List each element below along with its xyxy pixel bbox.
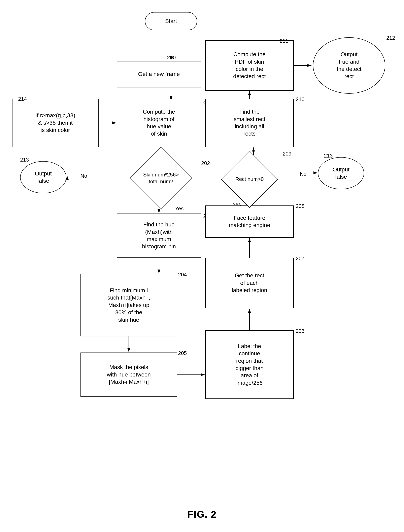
node-203: Find the hue (Maxh)with maximum histogra…: [117, 214, 201, 258]
label-208: 208: [296, 203, 304, 209]
label-212: 212: [386, 35, 395, 41]
node-202-text: Skin num*256>total num?: [143, 171, 179, 185]
label-211: 211: [280, 38, 288, 44]
node-204: Find minimum i such that[Maxh-i, Maxh+i]…: [81, 274, 177, 336]
label-207: 207: [296, 255, 304, 262]
label-no-202: No: [81, 173, 87, 179]
label-no-209: No: [300, 171, 306, 177]
node-209-text: Rect num>0: [235, 176, 264, 183]
label-yes-209: Yes: [232, 201, 241, 208]
node-205: Mask the pixels with hue between [Maxh-i…: [81, 352, 177, 397]
label-209: 209: [283, 151, 291, 157]
label-200: 200: [167, 54, 176, 61]
label-213b: 213: [324, 153, 333, 159]
node-212: Output true and the detect rect: [313, 37, 385, 94]
label-213a: 213: [20, 157, 29, 163]
label-210: 210: [296, 96, 304, 103]
node-213a: Output false: [20, 161, 66, 193]
node-202-wrap: Skin num*256>total num?: [125, 153, 197, 203]
node-213b: Output false: [318, 157, 364, 189]
label-206: 206: [296, 328, 304, 334]
label-205: 205: [178, 350, 187, 356]
node-211: Compute the PDF of skin color in the det…: [205, 40, 294, 91]
node-200: Get a new frame: [117, 61, 201, 87]
node-207: Get the rect of each labeled region: [205, 258, 294, 308]
node-214: If r>max(g,b,38) & s>38 then it is skin …: [12, 99, 99, 147]
node-201: Compute the histogram of hue value of sk…: [117, 101, 201, 145]
label-202: 202: [201, 160, 210, 166]
node-210: Find the smallest rect including all rec…: [205, 99, 294, 147]
node-208: Face feature matching engine: [205, 206, 294, 238]
start-node: Start: [145, 12, 197, 30]
label-204: 204: [178, 272, 187, 278]
figure-caption: FIG. 2: [0, 509, 404, 520]
node-206: Label the continue region that bigger th…: [205, 330, 294, 399]
node-209-wrap: Rect num>0: [213, 153, 286, 206]
label-214: 214: [18, 96, 27, 102]
label-yes-202: Yes: [175, 206, 183, 212]
diagram-container: Start Get a new frame 200 Compute the hi…: [0, 0, 404, 532]
